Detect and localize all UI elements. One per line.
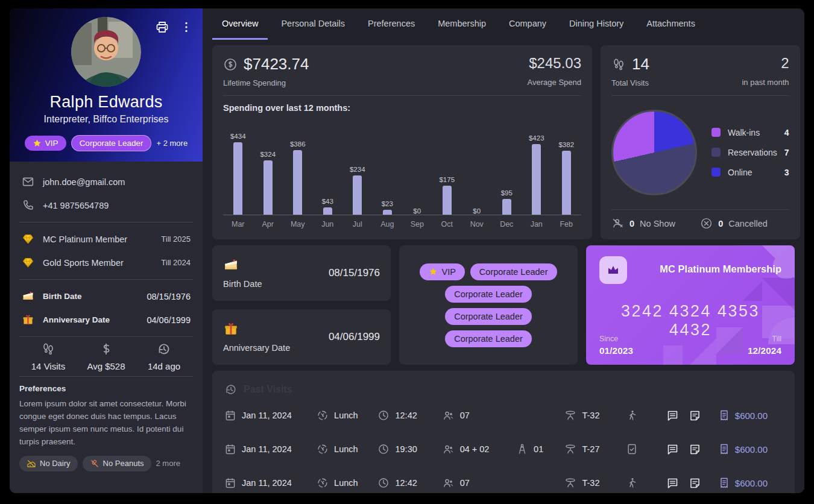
mail-icon — [22, 175, 34, 188]
comment-icon[interactable] — [666, 409, 679, 422]
legend-walk-ins: Walk-ins 4 — [711, 128, 789, 137]
quick-stats: 14 Visits Avg $528 14d ago — [19, 342, 193, 371]
cake-icon — [22, 290, 34, 303]
print-button[interactable] — [154, 19, 170, 35]
month-label: Sep — [402, 220, 432, 228]
pie-legend: Walk-ins 4 Reservations 7 Online — [711, 128, 789, 177]
phone-icon — [22, 199, 34, 212]
tab-membership[interactable]: Membership — [428, 8, 496, 40]
visit-row[interactable]: Jan 11, 2024 Lunch 19:30 04 + 02 01 T-27… — [224, 432, 783, 466]
bar-value-label: $382 — [558, 141, 574, 148]
more-preferences-link[interactable]: 2 more — [156, 459, 180, 468]
since-label: Since — [599, 335, 633, 343]
email-value: john.doe@gmail.com — [43, 177, 191, 187]
comment-icon[interactable] — [666, 443, 679, 456]
birth-date-label: Birth Date — [223, 279, 262, 289]
past-visits-title: Past Visits — [244, 384, 292, 395]
tab-preferences[interactable]: Preferences — [358, 8, 424, 40]
tab-company[interactable]: Company — [499, 8, 556, 40]
bar-value-label: $434 — [230, 133, 246, 140]
cake-icon — [223, 257, 239, 273]
profile-details: john.doe@gmail.com +41 9875654789 MC Pla… — [10, 162, 203, 493]
bar-value-label: $234 — [350, 166, 365, 173]
month-label: Aug — [373, 220, 403, 228]
divider — [611, 95, 789, 96]
tab-bar: Overview Personal Details Preferences Me… — [203, 8, 804, 40]
note-icon[interactable] — [689, 443, 701, 456]
legend-reservations: Reservations 7 — [711, 148, 789, 157]
no-peanuts-chip: No Peanuts — [83, 456, 151, 471]
bar-column: $234 — [342, 166, 373, 215]
tab-dining-history[interactable]: Dining History — [560, 8, 633, 40]
calendar-icon — [224, 409, 236, 421]
stat-average-spend: Avg $528 — [77, 342, 135, 371]
membership-till: Till 2025 — [161, 235, 191, 244]
comment-icon[interactable] — [666, 477, 679, 490]
bar — [562, 151, 571, 215]
corporate-leader-tag: Corporate Leader — [445, 286, 532, 303]
month-label: Dec — [492, 220, 522, 228]
legend-swatch — [711, 128, 721, 137]
tab-personal-details[interactable]: Personal Details — [271, 8, 355, 40]
main-panel: Overview Personal Details Preferences Me… — [203, 8, 804, 493]
visit-row[interactable]: Jan 11, 2024 Lunch 12:42 07 T-32 $600.00 — [224, 466, 783, 493]
visit-row[interactable]: Jan 11, 2024 Lunch 12:42 07 T-32 $600.00 — [224, 398, 783, 432]
bar-value-label: $0 — [473, 207, 481, 215]
bar-column: $423 — [522, 134, 552, 215]
lifetime-spending-label: Lifetime Spending — [223, 78, 309, 87]
note-icon[interactable] — [689, 409, 701, 422]
bar-column: $23 — [373, 200, 403, 215]
meal-icon — [317, 477, 329, 489]
bar-value-label: $386 — [290, 140, 306, 148]
dollar-icon — [99, 342, 113, 356]
till-label: Till — [772, 335, 781, 343]
profile-sidebar: Ralph Edwards Interpreter, Biffco Enterp… — [10, 8, 203, 493]
anniversary-date-value: 04/06/1999 — [329, 331, 380, 343]
high-chair-icon — [516, 443, 528, 455]
calendar-icon — [224, 443, 236, 455]
anniversary-date-card: Anniversary Date 04/06/1999 — [212, 309, 391, 365]
guests-icon — [443, 477, 455, 489]
bar — [323, 207, 332, 215]
average-spend-value: $245.03 — [529, 55, 581, 72]
bar — [263, 160, 273, 215]
tab-overview[interactable]: Overview — [212, 8, 268, 40]
cancelled-stat: 0Cancelled — [700, 217, 789, 230]
divider — [223, 95, 581, 96]
calendar-icon — [224, 477, 236, 489]
birth-date-value: 08/15/1976 — [147, 292, 191, 301]
preferences-heading: Preferences — [19, 384, 193, 393]
receipt-icon — [718, 477, 730, 489]
guests-icon — [443, 409, 455, 421]
meal-icon — [317, 409, 329, 421]
more-badges-link[interactable]: + 2 more — [156, 139, 188, 148]
month-label: Mar — [223, 220, 253, 228]
month-label: Feb — [552, 220, 582, 228]
spending-card: $7423.74 Lifetime Spending $245.03 Avera… — [212, 45, 592, 239]
bar-column: $0 — [402, 207, 432, 215]
birth-date-card: Birth Date 08/15/1976 — [212, 245, 391, 301]
table-icon — [564, 443, 576, 455]
bar — [293, 150, 302, 215]
more-options-button[interactable] — [178, 19, 194, 35]
phone-row: +41 9875654789 — [19, 194, 193, 217]
profile-name: Ralph Edwards — [10, 93, 203, 112]
membership-label: MC Platinum Member — [43, 235, 153, 244]
profile-header: Ralph Edwards Interpreter, Biffco Enterp… — [10, 8, 203, 162]
crown-icon — [606, 263, 620, 277]
tab-attachments[interactable]: Attachments — [637, 8, 705, 40]
bar-column: $434 — [223, 133, 253, 215]
star-icon — [33, 139, 42, 148]
bar-value-label: $423 — [529, 134, 544, 142]
overview-content: $7423.74 Lifetime Spending $245.03 Avera… — [203, 40, 804, 493]
bar-chart-month-labels: MarAprMayJunJulAugSepOctNovDecJanFeb — [223, 220, 581, 228]
stat-visits: 14 Visits — [19, 342, 77, 371]
note-icon[interactable] — [689, 477, 701, 490]
month-label: Nov — [462, 220, 492, 228]
clock-icon — [377, 409, 390, 421]
receipt-icon — [718, 443, 730, 455]
table-icon — [564, 477, 576, 489]
avatar — [71, 17, 141, 87]
bar-value-label: $23 — [382, 200, 393, 207]
stat-last-visit: 14d ago — [135, 342, 193, 371]
